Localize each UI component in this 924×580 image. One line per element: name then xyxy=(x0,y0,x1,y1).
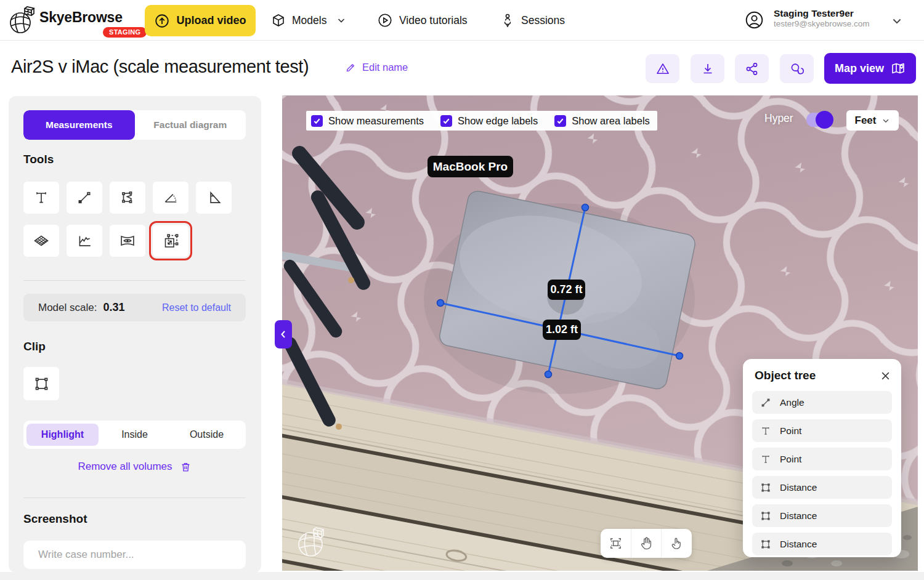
polygon-tool-button[interactable] xyxy=(110,182,145,214)
user-email: tester9@skyebrowse.com xyxy=(774,19,870,30)
share-icon xyxy=(745,62,760,76)
checkbox-label: Show area labels xyxy=(572,115,650,127)
chevron-down-icon xyxy=(881,116,890,125)
sidebar-divider xyxy=(23,280,246,281)
object-tree-title: Object tree xyxy=(755,369,816,382)
pencil-icon xyxy=(345,62,357,73)
staging-badge: STAGING xyxy=(103,27,147,38)
edit-name-label: Edit name xyxy=(362,62,408,73)
hyper-label: Hyper xyxy=(764,112,793,125)
hyper-toggle[interactable] xyxy=(806,113,832,127)
model-scale-value: 0.31 xyxy=(103,301,124,314)
profile-tool-button[interactable] xyxy=(67,225,102,257)
object-tree-item-label: Point xyxy=(780,425,801,437)
user-avatar-icon[interactable] xyxy=(744,10,764,30)
text-tool-icon xyxy=(33,190,49,206)
object-tree-item-label: Angle xyxy=(780,397,804,408)
object-tree-item-distance[interactable]: Distance xyxy=(752,533,892,555)
screenshot-heading: Screenshot xyxy=(23,512,87,526)
brand-name[interactable]: SkyeBrowse xyxy=(39,9,123,26)
nav-models-label: Models xyxy=(292,14,326,27)
download-icon xyxy=(700,62,715,76)
remove-all-volumes-link[interactable]: Remove all volumes xyxy=(23,461,246,473)
nav-sessions[interactable]: Sessions xyxy=(500,10,565,31)
pan-hand-button[interactable] xyxy=(631,529,662,558)
play-circle-icon xyxy=(377,12,393,28)
area-tool-icon xyxy=(33,232,50,249)
user-menu-chevron-icon[interactable] xyxy=(891,15,903,27)
chevron-down-icon xyxy=(336,15,346,25)
comments-button[interactable] xyxy=(780,54,814,83)
profile-tool-icon xyxy=(76,233,92,249)
reset-to-default-link[interactable]: Reset to default xyxy=(162,302,231,313)
viewshed-tool-icon xyxy=(119,232,136,249)
checkbox-checked-icon[interactable] xyxy=(440,115,452,127)
object-tree-item-distance[interactable]: Distance xyxy=(752,476,892,499)
checkbox-checked-icon[interactable] xyxy=(554,115,566,127)
object-tree-item-label: Point xyxy=(780,454,801,465)
model-scale-label: Model scale: xyxy=(38,302,97,314)
scale-tool-button[interactable] xyxy=(153,225,188,257)
nav-video-tutorials-label: Video tutorials xyxy=(399,14,468,27)
clip-tab-highlight[interactable]: Highlight xyxy=(26,424,99,446)
object-tree-item-label: Distance xyxy=(780,510,817,522)
angle-tool-button[interactable] xyxy=(153,182,188,214)
map-view-button[interactable]: Map view xyxy=(824,53,916,84)
share-button[interactable] xyxy=(735,54,769,83)
show-area-labels-option[interactable]: Show area labels xyxy=(554,115,650,127)
object-tree-item-distance[interactable]: Distance xyxy=(752,504,892,527)
object-tree-item-point[interactable]: Point xyxy=(752,448,892,470)
cube-icon xyxy=(271,13,286,28)
object-tree-item-angle[interactable]: Angle xyxy=(752,391,892,414)
skyebrowse-app: SkyeBrowse STAGING Upload video Models xyxy=(0,0,924,580)
text-tool-button[interactable] xyxy=(23,182,59,214)
point-icon xyxy=(760,454,771,465)
area-tool-button[interactable] xyxy=(23,225,59,257)
display-options-bar: Show measurements Show edge labels Show … xyxy=(306,111,657,131)
collapse-panel-button[interactable] xyxy=(275,320,292,348)
unit-dropdown[interactable]: Feet xyxy=(846,110,899,131)
line-tool-button[interactable] xyxy=(67,182,102,214)
tab-factual-diagram[interactable]: Factual diagram xyxy=(135,110,246,140)
object-tree-item-point[interactable]: Point xyxy=(752,419,892,442)
measurement-sidebar: Measurements Factual diagram Tools xyxy=(9,96,261,573)
viewshed-tool-button[interactable] xyxy=(110,225,145,257)
chat-icon xyxy=(789,61,804,76)
page-bottom-strip xyxy=(0,572,924,580)
trash-icon xyxy=(180,461,192,473)
object-tree-panel: Object tree Angle Poi xyxy=(743,359,901,557)
skyebrowse-logo-icon[interactable] xyxy=(9,6,37,36)
nav-sessions-label: Sessions xyxy=(521,14,565,27)
upload-icon xyxy=(154,13,170,29)
tools-heading: Tools xyxy=(23,153,54,166)
close-icon[interactable] xyxy=(880,371,891,381)
show-edge-labels-option[interactable]: Show edge labels xyxy=(440,115,538,127)
nav-video-tutorials[interactable]: Video tutorials xyxy=(377,10,468,31)
user-info[interactable]: Staging Tester9er tester9@skyebrowse.com xyxy=(774,7,870,30)
nav-models[interactable]: Models xyxy=(271,10,346,31)
remove-all-volumes-label: Remove all volumes xyxy=(78,461,172,473)
clip-tab-inside[interactable]: Inside xyxy=(99,424,171,446)
edit-name-button[interactable]: Edit name xyxy=(345,62,408,73)
object-tree-item-label: Distance xyxy=(780,482,817,493)
case-number-input[interactable] xyxy=(23,541,246,569)
user-name: Staging Tester9er xyxy=(774,7,870,19)
model-viewport[interactable]: Show measurements Show edge labels Show … xyxy=(282,95,918,571)
upload-video-button[interactable]: Upload video xyxy=(145,5,256,36)
checkbox-checked-icon[interactable] xyxy=(311,115,323,127)
chevron-left-icon xyxy=(278,329,288,339)
show-measurements-option[interactable]: Show measurements xyxy=(311,115,424,127)
tab-measurements[interactable]: Measurements xyxy=(23,110,135,140)
upload-label: Upload video xyxy=(176,14,246,27)
triangle-tool-button[interactable] xyxy=(196,182,232,214)
recenter-button[interactable] xyxy=(601,529,631,558)
polygon-tool-icon xyxy=(120,190,136,206)
clip-tab-outside[interactable]: Outside xyxy=(171,424,243,446)
download-button[interactable] xyxy=(691,54,724,83)
rect-icon xyxy=(760,539,771,550)
volume-clip-tool-button[interactable] xyxy=(23,367,59,400)
select-hand-button[interactable] xyxy=(661,529,692,558)
point-icon xyxy=(760,425,771,437)
clip-mode-tabs: Highlight Inside Outside xyxy=(23,421,246,449)
report-issue-button[interactable] xyxy=(646,54,679,83)
